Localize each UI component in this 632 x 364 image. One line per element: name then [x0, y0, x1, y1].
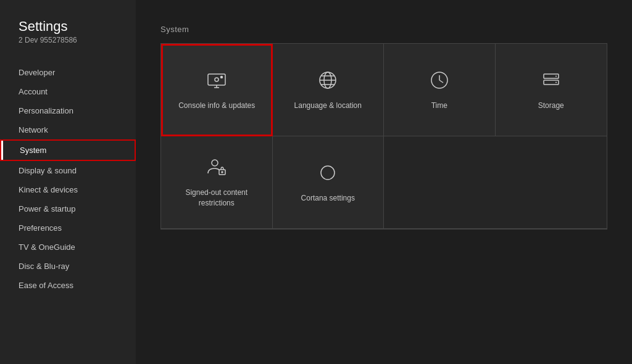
person-lock-icon	[206, 156, 228, 181]
svg-point-2	[221, 77, 223, 78]
svg-point-20	[321, 166, 335, 180]
grid-item-label-storage: Storage	[538, 101, 564, 111]
sidebar-item-ease-of-access[interactable]: Ease of Access	[0, 276, 136, 295]
sidebar: Settings 2 Dev 955278586 DeveloperAccoun…	[0, 0, 136, 364]
section-label: System	[160, 25, 607, 34]
sidebar-item-preferences[interactable]: Preferences	[0, 218, 136, 238]
grid-item-label-time: Time	[431, 101, 447, 111]
svg-point-19	[222, 172, 223, 173]
settings-grid: Console info & updatesLanguage & locatio…	[160, 43, 607, 230]
grid-item-cortana[interactable]: Cortana settings	[273, 136, 385, 229]
grid-item-label-console-info: Console info & updates	[178, 101, 255, 111]
grid-item-console-info[interactable]: Console info & updates	[161, 44, 273, 136]
sidebar-item-disc-bluray[interactable]: Disc & Blu-ray	[0, 257, 136, 276]
sidebar-header: Settings 2 Dev 955278586	[0, 19, 136, 63]
grid-item-signed-out[interactable]: Signed-out content restrictions	[161, 136, 273, 229]
grid-item-language-location[interactable]: Language & location	[273, 44, 385, 136]
grid-item-storage[interactable]: Storage	[496, 44, 607, 136]
settings-title: Settings	[19, 19, 117, 35]
grid-item-label-signed-out: Signed-out content restrictions	[170, 188, 263, 209]
device-id: 2 Dev 955278586	[19, 36, 117, 44]
sidebar-item-network[interactable]: Network	[0, 120, 136, 139]
storage-icon	[540, 69, 562, 94]
console-icon	[206, 69, 228, 94]
circle-icon	[317, 162, 339, 187]
grid-item-time[interactable]: Time	[384, 44, 496, 136]
grid-item-label-cortana: Cortana settings	[301, 193, 355, 204]
globe-icon	[317, 69, 339, 94]
grid-item-empty2	[496, 136, 607, 229]
sidebar-item-display-sound[interactable]: Display & sound	[0, 161, 136, 180]
sidebar-nav: DeveloperAccountPersonalizationNetworkSy…	[0, 63, 136, 295]
sidebar-item-developer[interactable]: Developer	[0, 63, 136, 82]
clock-icon	[428, 69, 451, 94]
svg-rect-0	[208, 74, 225, 85]
sidebar-item-kinect-devices[interactable]: Kinect & devices	[0, 180, 136, 199]
svg-point-17	[212, 160, 218, 166]
sidebar-item-personalization[interactable]: Personalization	[0, 101, 136, 120]
svg-line-12	[439, 80, 443, 83]
sidebar-item-system[interactable]: System	[0, 139, 136, 161]
sidebar-item-tv-oneguide[interactable]: TV & OneGuide	[0, 238, 136, 257]
sidebar-item-account[interactable]: Account	[0, 82, 136, 101]
grid-item-label-language-location: Language & location	[294, 101, 362, 111]
svg-point-1	[215, 78, 218, 81]
sidebar-item-power-startup[interactable]: Power & startup	[0, 199, 136, 218]
grid-item-empty1	[384, 136, 496, 229]
main-content: System Console info & updatesLanguage & …	[136, 0, 632, 364]
